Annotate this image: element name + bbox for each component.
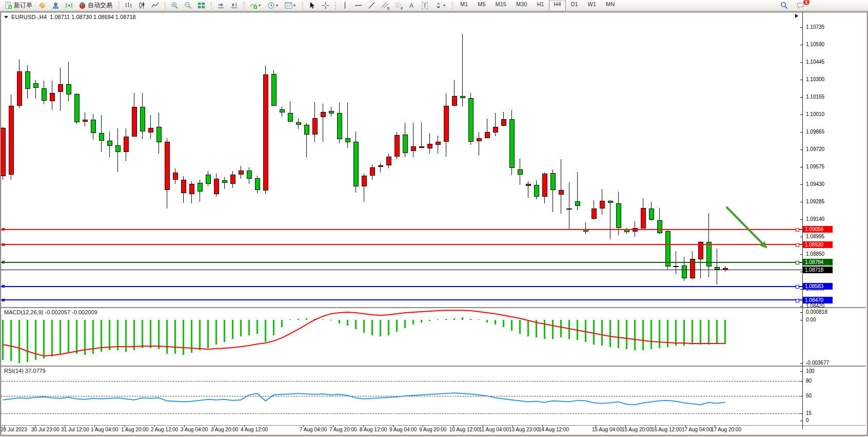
- notification-badge: 1: [803, 0, 810, 5]
- line-chart-mode-button[interactable]: [149, 1, 161, 11]
- auto-trading-button[interactable]: 自动交易: [76, 0, 115, 11]
- trend-arrow-annotation[interactable]: [726, 207, 767, 249]
- timeframe-H4[interactable]: H4: [549, 0, 565, 11]
- timeframe-W1[interactable]: W1: [583, 0, 601, 11]
- level-price-badge: 1.08784: [803, 259, 833, 265]
- main-price-pane[interactable]: EURUSD-,H4 1.08711 1.08730 1.08694 1.087…: [1, 12, 802, 307]
- metaeditor-button[interactable]: [36, 1, 48, 11]
- candlestick-mode-button[interactable]: [135, 1, 148, 11]
- candle-doji-bar: [566, 208, 572, 210]
- horizontal-line-object[interactable]: [1, 229, 802, 230]
- time-axis-tick: [125, 425, 125, 427]
- current-price-badge: 1.08718: [803, 267, 833, 273]
- candle-wick: [150, 115, 151, 139]
- candle-body: [501, 119, 506, 126]
- macd-axis-label: 0.000818: [806, 309, 827, 315]
- time-axis-label: 17 Aug 04:00: [682, 427, 712, 432]
- horizontal-line-tool-button[interactable]: [352, 1, 364, 11]
- timeframe-D1[interactable]: D1: [566, 0, 583, 11]
- vertical-line-tool-button[interactable]: [339, 1, 351, 11]
- chart-window[interactable]: EURUSD-,H4 1.08711 1.08730 1.08694 1.087…: [1, 12, 867, 435]
- candle-body: [115, 145, 121, 152]
- rsi-pane[interactable]: RSI(14) 37.0779: [1, 367, 802, 425]
- price-axis-tick: [800, 115, 802, 115]
- profile-button[interactable]: [49, 1, 62, 11]
- timeframe-M5[interactable]: M5: [473, 0, 490, 11]
- macd-histogram-bar: [577, 320, 578, 340]
- zoom-in-button[interactable]: [168, 1, 181, 11]
- timeframe-M1[interactable]: M1: [456, 0, 472, 11]
- equidistant-channel-tool-button[interactable]: E: [379, 1, 391, 11]
- line-handle-left[interactable]: [2, 261, 5, 263]
- line-handle-left[interactable]: [2, 228, 5, 231]
- text-tool-button[interactable]: A: [405, 1, 418, 11]
- templates-button[interactable]: ▼: [282, 1, 299, 11]
- text-label-tool-button[interactable]: T: [419, 1, 431, 11]
- candle-wick: [413, 123, 413, 158]
- timeframe-MN[interactable]: MN: [601, 0, 619, 11]
- macd-histogram-bar: [437, 319, 439, 320]
- macd-histogram-bar: [322, 319, 324, 320]
- horizontal-line-object[interactable]: [1, 299, 802, 300]
- line-handle-left[interactable]: [2, 285, 5, 288]
- clock-icon: [267, 2, 275, 9]
- tile-windows-button[interactable]: [195, 1, 207, 11]
- timeframe-M30[interactable]: M30: [511, 0, 531, 11]
- candle-body: [132, 107, 137, 137]
- timeframe-M15[interactable]: M15: [491, 0, 511, 11]
- toolbar-grip: [243, 2, 245, 9]
- line-handle-right[interactable]: [796, 299, 799, 302]
- line-handle-left[interactable]: [2, 299, 5, 301]
- trendline-tool-button[interactable]: [365, 1, 378, 11]
- auto-scroll-button[interactable]: [214, 1, 227, 11]
- search-button[interactable]: [778, 1, 790, 11]
- fibonacci-tool-button[interactable]: F: [392, 1, 404, 11]
- line-handle-right[interactable]: [796, 285, 799, 289]
- candle-body: [706, 242, 712, 267]
- time-axis-border: [1, 425, 866, 426]
- periods-button[interactable]: ▼: [265, 1, 281, 11]
- new-order-button[interactable]: 新订单: [2, 0, 35, 11]
- collapse-icon[interactable]: [4, 16, 8, 18]
- signals-button[interactable]: [63, 1, 75, 11]
- chart-shift-button[interactable]: [228, 1, 240, 11]
- scroll-to-end-marker[interactable]: [795, 14, 798, 18]
- timeframe-H1[interactable]: H1: [532, 0, 548, 11]
- candle-body: [230, 175, 235, 184]
- candle-body: [386, 157, 391, 166]
- candle-body: [534, 185, 539, 197]
- candle-body: [641, 208, 646, 229]
- rsi-label: RSI(14) 37.0779: [4, 368, 46, 374]
- indicators-button[interactable]: ▼: [247, 1, 264, 11]
- notifications-button[interactable]: 1: [794, 1, 806, 11]
- candle-body: [362, 176, 367, 186]
- horizontal-line-object[interactable]: [1, 286, 802, 287]
- rsi-axis-label: 15: [806, 410, 812, 416]
- macd-histogram-bar: [527, 320, 529, 336]
- candle-body: [1, 128, 6, 177]
- line-handle-right[interactable]: [796, 243, 799, 247]
- rsi-dashed-level: [1, 396, 802, 396]
- candle-body: [337, 113, 342, 139]
- macd-axis-label: -0.003677: [806, 360, 829, 366]
- time-axis-label: 11 Aug 04:00: [479, 427, 509, 432]
- price-axis-label: 1.10010: [806, 111, 824, 117]
- bar-chart-mode-button[interactable]: [122, 1, 134, 11]
- horizontal-line-object[interactable]: [1, 262, 802, 263]
- zoom-out-button[interactable]: [182, 1, 194, 11]
- time-axis-label: 9 Aug 20:00: [419, 427, 446, 432]
- line-handle-left[interactable]: [2, 243, 5, 246]
- crosshair-tool-button[interactable]: [319, 1, 331, 11]
- line-handle-right[interactable]: [796, 261, 799, 264]
- cursor-tool-button[interactable]: [306, 1, 318, 11]
- candle-body: [33, 83, 38, 88]
- new-order-label: 新订单: [14, 1, 32, 10]
- macd-pane[interactable]: MACD(12,26,9) -0.002057 -0.002009: [1, 308, 802, 366]
- rsi-axis-tick: [800, 396, 802, 396]
- arrows-icon: [435, 2, 442, 9]
- arrows-tool-button[interactable]: ▼: [432, 1, 448, 11]
- candle-body: [329, 111, 334, 113]
- horizontal-line-object[interactable]: [1, 244, 802, 245]
- line-handle-right[interactable]: [796, 228, 799, 232]
- rsi-axis-tick: [800, 381, 802, 382]
